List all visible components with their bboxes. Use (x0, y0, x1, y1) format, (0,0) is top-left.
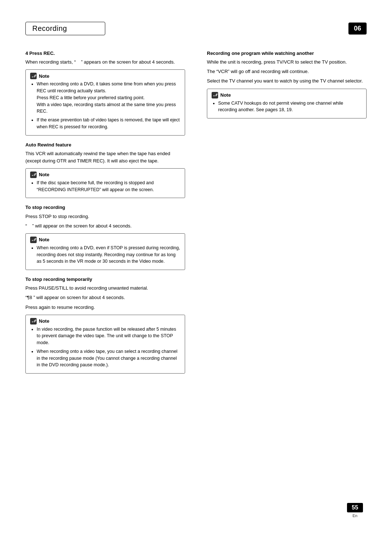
note-body-2: If the disc space become full, the recor… (30, 180, 180, 193)
note-box-3: 𝒩 Note When recording onto a DVD, even i… (25, 233, 185, 270)
section2-line1: This VCR will automatically rewind the t… (25, 150, 185, 165)
note1-bullet1: When recording onto a DVD, it takes some… (37, 81, 180, 115)
note-body-4: In video recording, the pause function w… (30, 326, 180, 369)
note-icon-4: 𝒩 (30, 318, 37, 325)
right-section1-line2: The “VCR” will go off and recording will… (207, 68, 367, 75)
right-section1-line3: Select the TV channel you want to watch … (207, 77, 367, 85)
note-icon-3: 𝒩 (30, 237, 37, 243)
header-bar: Recording 06 (25, 22, 367, 35)
note-label-2: Note (39, 172, 49, 177)
section4-line3: Press again to resume recording. (25, 304, 185, 311)
note2-bullet1: If the disc space become full, the recor… (37, 180, 180, 193)
right-section1-line1: While the unit is recording, press TV/VC… (207, 59, 367, 66)
note-label-4: Note (39, 318, 49, 324)
section3-title: To stop recording (25, 204, 185, 211)
right-note1-bullet1: Some CATV hookups do not permit viewing … (218, 100, 362, 114)
right-note-box-1: 𝒩 Note Some CATV hookups do not permit v… (207, 89, 367, 119)
page-number: 55 (347, 503, 363, 512)
section1-line1: When recording starts, “ ” appears on th… (25, 59, 185, 66)
section4-line1: Press PAUSE/STILL to avoid recording unw… (25, 285, 185, 292)
section4-title: To stop recording temporarily (25, 276, 185, 283)
right-note-label-1: Note (220, 92, 231, 98)
note-icon-2: 𝒩 (30, 172, 37, 178)
note-icon-1: 𝒩 (30, 73, 37, 79)
note-header-2: 𝒩 Note (30, 172, 180, 178)
note-header-3: 𝒩 Note (30, 237, 180, 243)
note-box-2: 𝒩 Note If the disc space become full, th… (25, 168, 185, 198)
section3-line2: “ ” will appear on the screen for about … (25, 222, 185, 230)
right-section1-title: Recording one program while watching ano… (207, 50, 367, 57)
note-box-4: 𝒩 Note In video recording, the pause fun… (25, 315, 185, 374)
note-label-3: Note (39, 237, 49, 242)
note4-bullet2: When recording onto a video tape, you ca… (37, 348, 180, 368)
note-header-4: 𝒩 Note (30, 318, 180, 325)
section4-line2: “¶8 ” will appear on screen for about 4 … (25, 294, 185, 301)
section3-line1: Press STOP to stop recording. (25, 213, 185, 220)
page-lang: En (352, 513, 357, 518)
note1-bullet2: If the erase prevention tab of video tap… (37, 117, 180, 130)
right-note-icon-1: 𝒩 (212, 92, 218, 98)
note-body-3: When recording onto a DVD, even if STOP … (30, 245, 180, 265)
note4-bullet1: In video recording, the pause function w… (37, 326, 180, 346)
note3-bullet1: When recording onto a DVD, even if STOP … (37, 245, 180, 265)
right-note-header-1: 𝒩 Note (212, 92, 362, 98)
right-column: Recording one program while watching ano… (203, 50, 367, 378)
page-container: Recording 06 4 Press REC. When recording… (0, 0, 392, 536)
note-label-1: Note (39, 73, 49, 79)
note-box-1: 𝒩 Note When recording onto a DVD, it tak… (25, 69, 185, 135)
right-note-body-1: Some CATV hookups do not permit viewing … (212, 100, 362, 114)
left-column: 4 Press REC. When recording starts, “ ” … (25, 50, 189, 378)
note-body-1: When recording onto a DVD, it takes some… (30, 81, 180, 130)
footer: 55 En (347, 503, 363, 518)
section2-title: Auto Rewind feature (25, 141, 185, 149)
page-title: Recording (25, 22, 105, 35)
section1-title: 4 Press REC. (25, 50, 185, 57)
note-header-1: 𝒩 Note (30, 73, 180, 79)
chapter-number: 06 (348, 23, 367, 35)
content-columns: 4 Press REC. When recording starts, “ ” … (25, 50, 367, 378)
